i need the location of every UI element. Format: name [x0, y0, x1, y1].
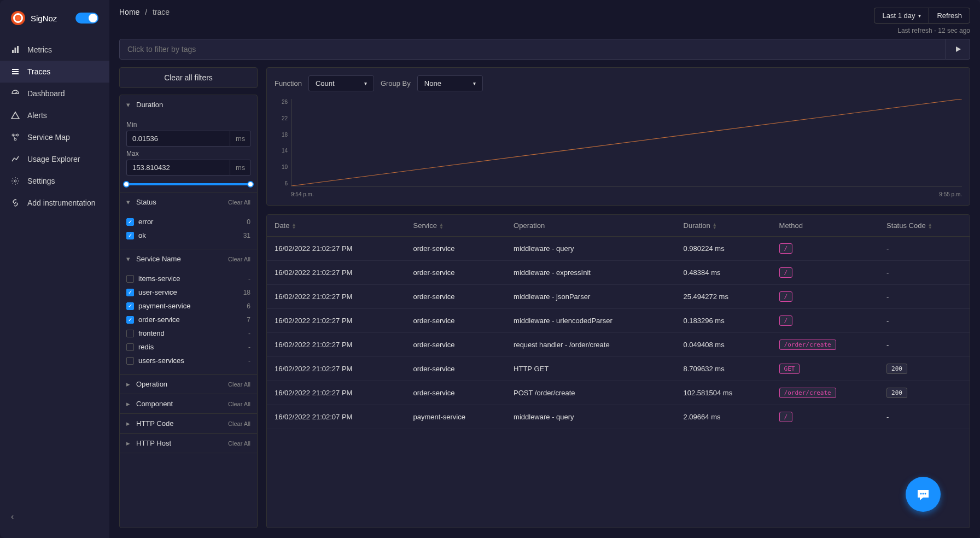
checkbox[interactable]: [126, 218, 134, 226]
cell-operation: middleware - urlencodedParser: [506, 309, 675, 333]
nav-label: Metrics: [27, 45, 52, 54]
clear-all-filters-button[interactable]: Clear all filters: [119, 67, 258, 88]
cell-method: /: [772, 309, 879, 333]
col-duration[interactable]: Duration▲▼: [676, 215, 772, 237]
nav-metrics[interactable]: Metrics: [0, 39, 109, 61]
duration-max-input[interactable]: [126, 160, 230, 176]
filter-http-code-header[interactable]: ▸HTTP Code Clear All: [120, 414, 257, 433]
run-search-button[interactable]: [946, 39, 970, 60]
checkbox[interactable]: [126, 275, 134, 283]
select-value: Count: [316, 79, 335, 87]
nav-add-instrumentation[interactable]: Add instrumentation: [0, 192, 109, 214]
cell-service: order-service: [406, 285, 506, 309]
refresh-button[interactable]: Refresh: [929, 8, 970, 23]
nav-traces[interactable]: Traces: [0, 61, 109, 83]
clear-component-link[interactable]: Clear All: [228, 401, 250, 407]
duration-slider[interactable]: [126, 183, 250, 185]
table-row[interactable]: 16/02/2022 21:02:27 PMorder-servicemiddl…: [267, 237, 970, 261]
svg-point-14: [920, 493, 922, 495]
checkbox-row: order-service7: [126, 313, 250, 326]
clear-service-link[interactable]: Clear All: [228, 256, 250, 262]
checkbox[interactable]: [126, 343, 134, 351]
checkbox[interactable]: [126, 330, 134, 337]
table-row[interactable]: 16/02/2022 21:02:27 PMorder-servicereque…: [267, 333, 970, 357]
cell-duration: 0.183296 ms: [676, 309, 772, 333]
table-row[interactable]: 16/02/2022 21:02:07 PMpayment-servicemid…: [267, 405, 970, 429]
tag-filter-input[interactable]: [119, 39, 946, 60]
nav-dashboard[interactable]: Dashboard: [0, 83, 109, 104]
chat-support-button[interactable]: [906, 477, 941, 512]
nodes-icon: [11, 133, 20, 142]
function-select[interactable]: Count▾: [308, 75, 374, 91]
cell-status: -: [879, 261, 970, 285]
checkbox-label: users-services: [138, 356, 184, 365]
chart-panel: Function Count▾ Group By None▾ 262218141…: [266, 67, 970, 206]
time-range-select[interactable]: Last 1 day ▾: [874, 8, 929, 23]
duration-min-input[interactable]: [126, 131, 230, 147]
filter-operation-header[interactable]: ▸Operation Clear All: [120, 375, 257, 394]
last-refresh-text: Last refresh - 12 sec ago: [897, 27, 970, 34]
checkbox[interactable]: [126, 289, 134, 296]
checkbox-label: order-service: [138, 315, 180, 324]
checkbox-label: user-service: [138, 288, 177, 296]
line-chart: 26221814106 9:54 p.m.9:55 p.m.: [275, 99, 962, 197]
checkbox[interactable]: [126, 302, 134, 310]
cell-date: 16/02/2022 21:02:27 PM: [267, 285, 406, 309]
checkbox-count: -: [248, 275, 250, 283]
sidebar-toggle[interactable]: [75, 13, 98, 24]
nav-alerts[interactable]: Alerts: [0, 104, 109, 126]
cell-status: -: [879, 333, 970, 357]
cell-operation: HTTP GET: [506, 357, 675, 381]
filter-service-header[interactable]: ▾Service Name Clear All: [120, 249, 257, 268]
cell-method: /: [772, 237, 879, 261]
cell-duration: 0.48384 ms: [676, 261, 772, 285]
sort-icon: ▲▼: [713, 223, 717, 230]
cell-duration: 2.09664 ms: [676, 405, 772, 429]
col-operation: Operation: [506, 215, 675, 237]
checkbox-count: 0: [247, 218, 250, 226]
checkbox[interactable]: [126, 357, 134, 365]
filter-status-header[interactable]: ▾Status Clear All: [120, 192, 257, 212]
breadcrumb-separator: /: [145, 8, 147, 16]
nav-settings[interactable]: Settings: [0, 170, 109, 192]
checkbox[interactable]: [126, 232, 134, 239]
clear-operation-link[interactable]: Clear All: [228, 381, 250, 388]
cell-service: order-service: [406, 333, 506, 357]
breadcrumb-home[interactable]: Home: [119, 8, 139, 16]
clear-http-host-link[interactable]: Clear All: [228, 440, 250, 447]
clear-status-link[interactable]: Clear All: [228, 199, 250, 206]
col-service[interactable]: Service▲▼: [406, 215, 506, 237]
chat-icon: [914, 486, 932, 503]
chevron-down-icon: ▾: [918, 13, 921, 19]
checkbox[interactable]: [126, 316, 134, 324]
table-row[interactable]: 16/02/2022 21:02:27 PMorder-servicemiddl…: [267, 309, 970, 333]
collapse-sidebar-icon[interactable]: ‹: [11, 512, 14, 521]
table-row[interactable]: 16/02/2022 21:02:27 PMorder-serviceHTTP …: [267, 357, 970, 381]
nav-usage-explorer[interactable]: Usage Explorer: [0, 148, 109, 170]
checkbox-label: payment-service: [138, 302, 190, 310]
col-status-code[interactable]: Status Code▲▼: [879, 215, 970, 237]
table-row[interactable]: 16/02/2022 21:02:27 PMorder-servicemiddl…: [267, 261, 970, 285]
breadcrumb: Home / trace: [119, 8, 170, 16]
checkbox-count: -: [248, 343, 250, 351]
table-row[interactable]: 16/02/2022 21:02:27 PMorder-servicemiddl…: [267, 285, 970, 309]
slider-handle-max[interactable]: [247, 181, 254, 188]
filter-duration-header[interactable]: ▾Duration: [120, 95, 257, 114]
filter-http-host-header[interactable]: ▸HTTP Host Clear All: [120, 434, 257, 453]
slider-handle-min[interactable]: [123, 181, 130, 188]
status-code-tag: 200: [886, 364, 907, 374]
cell-operation: POST /order/create: [506, 381, 675, 405]
chevron-down-icon: ▾: [126, 101, 132, 109]
nav-service-map[interactable]: Service Map: [0, 126, 109, 148]
svg-rect-4: [12, 71, 19, 72]
cell-date: 16/02/2022 21:02:27 PM: [267, 357, 406, 381]
filter-component-header[interactable]: ▸Component Clear All: [120, 394, 257, 413]
clear-http-code-link[interactable]: Clear All: [228, 420, 250, 427]
groupby-select[interactable]: None▾: [417, 75, 483, 91]
bar-chart-icon: [11, 45, 20, 54]
table-row[interactable]: 16/02/2022 21:02:27 PMorder-servicePOST …: [267, 381, 970, 405]
nav-label: Dashboard: [27, 89, 65, 98]
svg-rect-1: [15, 48, 16, 53]
col-date[interactable]: Date▲▼: [267, 215, 406, 237]
cell-method: /order/create: [772, 333, 879, 357]
